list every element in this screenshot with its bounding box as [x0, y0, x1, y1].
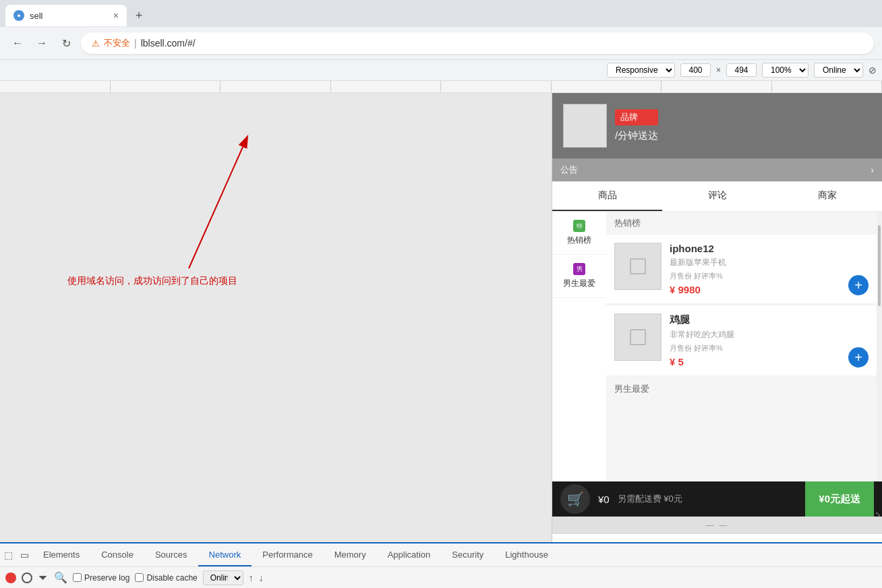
separator: |	[134, 38, 137, 49]
product-desc: 非常好吃的大鸡腿	[670, 329, 869, 341]
product-desc: 最新版苹果手机	[670, 257, 869, 268]
devtools-tab-elements[interactable]: Elements	[32, 544, 90, 566]
tab-favicon: ●	[13, 10, 24, 21]
ruler-segment	[0, 81, 111, 92]
delivery-text: /分钟送达	[615, 129, 658, 142]
warning-icon: ⚠	[92, 38, 100, 49]
new-tab-button[interactable]: +	[129, 6, 148, 25]
ruler-segment	[331, 81, 442, 92]
devtools-tab-bar: ⬚ ▭ Elements Console Sources Network Per…	[0, 542, 882, 566]
devtools-toolbar: ⏷ 🔍 Preserve log Disable cache Online ↑ …	[0, 566, 882, 588]
devtools-tab-console[interactable]: Console	[90, 544, 144, 566]
male-icon: 男	[573, 263, 585, 275]
brand-info: 品牌 /分钟送达	[615, 109, 658, 142]
scrollbar-thumb	[878, 225, 881, 306]
network-throttle-select[interactable]: Online	[203, 570, 243, 585]
tab-merchant[interactable]: 商家	[772, 181, 882, 211]
back-button[interactable]: ←	[8, 34, 27, 53]
inspect-icon[interactable]: ⬚	[0, 547, 16, 563]
notice-bar[interactable]: 公告 ›	[552, 158, 882, 181]
devtools-tab-performance[interactable]: Performance	[252, 544, 323, 566]
no-throttle-icon: ⊘	[869, 65, 877, 76]
product-item[interactable]: 鸡腿 非常好吃的大鸡腿 月售份 好评率% ¥ 5 +	[606, 305, 877, 376]
reload-button[interactable]: ↻	[57, 34, 76, 53]
clear-btn[interactable]	[22, 572, 32, 583]
forward-button[interactable]: →	[32, 34, 51, 53]
brand-badge: 品牌	[615, 109, 658, 125]
content-area: 特 热销榜 男 男生最爱 热销榜 iphone12 最新版苹果手机	[552, 212, 882, 481]
cart-delivery: 另需配送费 ¥0元	[618, 493, 806, 505]
cart-price: ¥0	[590, 494, 618, 505]
logo-placeholder	[563, 104, 607, 148]
dimension-separator: ×	[716, 65, 721, 75]
product-meta: 月售份 好评率%	[670, 271, 869, 281]
hot-icon: 特	[573, 220, 585, 232]
devtools-tab-sources[interactable]: Sources	[144, 544, 198, 566]
devtools-tab-lighthouse[interactable]: Lighthouse	[494, 544, 559, 566]
product-image	[614, 314, 662, 361]
cart-order-button[interactable]: ¥0元起送	[805, 481, 874, 517]
product-info: 鸡腿 非常好吃的大鸡腿 月售份 好评率% ¥ 5	[670, 314, 869, 368]
devtools-tab-memory[interactable]: Memory	[324, 544, 377, 566]
product-price: ¥ 5	[670, 356, 869, 368]
sidebar-label-hot: 热销榜	[567, 235, 591, 246]
disable-cache-checkbox[interactable]: Disable cache	[135, 573, 197, 583]
devtools-tab-application[interactable]: Application	[377, 544, 442, 566]
tab-product[interactable]: 商品	[552, 181, 662, 211]
ruler-segment	[662, 81, 772, 92]
tab-close-btn[interactable]: ×	[113, 10, 119, 21]
nav-tabs: 商品 评论 商家	[552, 181, 882, 212]
annotation-text: 使用域名访问，成功访问到了自己的项目	[67, 275, 237, 287]
drag-dots-icon: — —	[706, 521, 728, 530]
add-to-cart-btn-0[interactable]: +	[848, 275, 869, 295]
sidebar-item-hot[interactable]: 特 热销榜	[552, 212, 606, 255]
search-icon[interactable]: 🔍	[54, 571, 67, 584]
svg-line-1	[189, 147, 243, 268]
ruler-segment	[111, 81, 221, 92]
notice-text: 公告	[560, 164, 871, 176]
add-to-cart-btn-1[interactable]: +	[848, 347, 869, 368]
device-icon[interactable]: ▭	[16, 547, 32, 563]
resize-handle[interactable]: ⤡	[874, 510, 882, 518]
insecure-label: 不安全	[104, 37, 130, 49]
tab-review[interactable]: 评论	[662, 181, 772, 211]
width-input[interactable]	[680, 63, 711, 77]
annotation-arrow	[135, 134, 256, 282]
filter-icon[interactable]: ⏷	[38, 572, 49, 584]
zoom-select[interactable]: 100%	[762, 63, 808, 78]
product-item[interactable]: iphone12 最新版苹果手机 月售份 好评率% ¥ 9980 +	[606, 235, 877, 304]
product-name: 鸡腿	[670, 314, 869, 326]
section-header-hot: 热销榜	[606, 212, 877, 235]
devtools-tab-security[interactable]: Security	[441, 544, 494, 566]
product-image	[614, 243, 662, 290]
download-icon: ↓	[259, 572, 264, 583]
address-bar[interactable]: ⚠ 不安全 | lblsell.com/#/	[81, 32, 874, 54]
stop-recording-btn[interactable]	[5, 572, 16, 583]
ruler-segment	[772, 81, 883, 92]
drag-handle[interactable]: — —	[552, 517, 882, 534]
product-price: ¥ 9980	[670, 284, 869, 295]
tab-title: sell	[30, 11, 43, 21]
scrollbar[interactable]	[877, 212, 882, 481]
product-meta: 月售份 好评率%	[670, 343, 869, 353]
sidebar-label-male: 男生最爱	[563, 278, 595, 289]
sidebar-item-male[interactable]: 男 男生最爱	[552, 255, 606, 298]
product-info: iphone12 最新版苹果手机 月售份 好评率% ¥ 9980	[670, 243, 869, 295]
category-sidebar: 特 热销榜 男 男生最爱	[552, 212, 606, 481]
upload-icon: ↑	[249, 572, 254, 583]
ruler-segment	[220, 81, 331, 92]
devtools-tab-network[interactable]: Network	[198, 544, 252, 566]
url-text: lblsell.com/#/	[141, 38, 196, 49]
height-input[interactable]	[726, 63, 757, 77]
browser-tab[interactable]: ● sell ×	[5, 5, 127, 26]
preserve-log-checkbox[interactable]: Preserve log	[73, 573, 129, 583]
online-select[interactable]: Online	[814, 63, 863, 78]
ruler-segment	[552, 81, 662, 92]
responsive-select[interactable]: Responsive	[607, 63, 675, 78]
product-name: iphone12	[670, 243, 869, 254]
app-header: 品牌 /分钟送达	[552, 93, 882, 158]
section-bottom: 男生最爱	[606, 378, 877, 401]
cart-icon[interactable]: 🛒	[560, 484, 590, 514]
cart-bar: 🛒 ¥0 另需配送费 ¥0元 ¥0元起送	[552, 481, 882, 517]
notice-arrow: ›	[871, 165, 874, 175]
